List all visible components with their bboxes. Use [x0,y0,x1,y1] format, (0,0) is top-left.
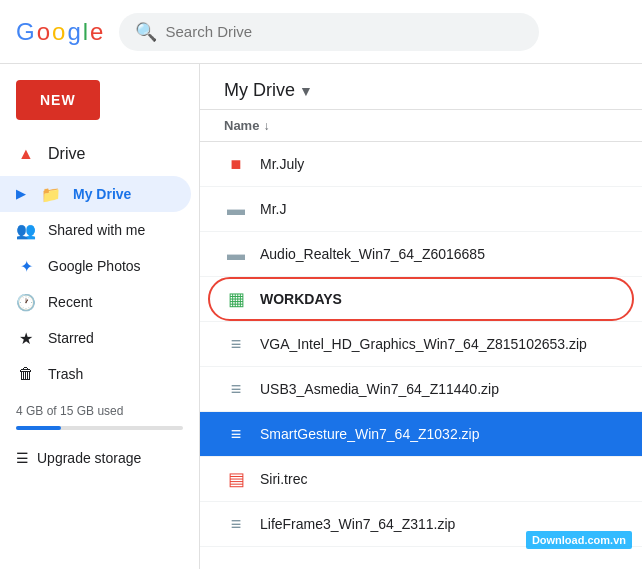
table-row[interactable]: ≡ VGA_Intel_HD_Graphics_Win7_64_Z8151026… [200,322,642,367]
upgrade-icon: ☰ [16,450,29,466]
storage-info: 4 GB of 15 GB used [0,392,199,442]
sidebar: NEW ▲ Drive ▶ 📁 My Drive 👥 Shared with m… [0,64,200,569]
main-layout: NEW ▲ Drive ▶ 📁 My Drive 👥 Shared with m… [0,64,642,569]
search-bar[interactable]: 🔍 [119,13,539,51]
file-name: USB3_Asmedia_Win7_64_Z11440.zip [260,381,618,397]
file-name: Audio_Realtek_Win7_64_Z6016685 [260,246,618,262]
zip-icon: ≡ [224,377,248,401]
new-button[interactable]: NEW [16,80,100,120]
folder-icon: ■ [224,152,248,176]
file-name: LifeFrame3_Win7_64_Z311.zip [260,516,618,532]
sidebar-item-label: My Drive [73,186,131,202]
zip-icon: ≡ [224,332,248,356]
name-column-label: Name [224,118,259,133]
drive-label: Drive [48,145,85,163]
folder-icon: ▬ [224,242,248,266]
sidebar-item-starred[interactable]: ★ Starred [0,320,191,356]
table-row[interactable]: ≡ SmartGesture_Win7_64_Z1032.zip [200,412,642,457]
sheets-icon: ▦ [224,287,248,311]
content-area: My Drive ▼ Name ↓ ■ Mr.July ▬ Mr.J ▬ Aud… [200,64,642,569]
table-row[interactable]: ▬ Audio_Realtek_Win7_64_Z6016685 [200,232,642,277]
table-row[interactable]: ▦ WORKDAYS [200,277,642,322]
chevron-icon: ▶ [16,187,25,201]
search-icon: 🔍 [135,21,157,43]
sidebar-item-trash[interactable]: 🗑 Trash [0,356,191,392]
sidebar-item-label: Starred [48,330,94,346]
sidebar-item-shared[interactable]: 👥 Shared with me [0,212,191,248]
file-name: Mr.July [260,156,618,172]
dropdown-icon[interactable]: ▼ [299,83,313,99]
sort-icon: ↓ [263,119,269,133]
zip-icon: ≡ [224,512,248,536]
file-name: Siri.trec [260,471,618,487]
trash-icon: 🗑 [16,364,36,384]
storage-text: 4 GB of 15 GB used [16,404,183,418]
star-icon: ★ [16,328,36,348]
clock-icon: 🕐 [16,292,36,312]
storage-fill [16,426,61,430]
table-row[interactable]: ▤ Siri.trec [200,457,642,502]
file-name: Mr.J [260,201,618,217]
google-logo: Google [16,18,103,46]
sidebar-item-recent[interactable]: 🕐 Recent [0,284,191,320]
column-header: Name ↓ [200,110,642,142]
photos-icon: ✦ [16,256,36,276]
table-row[interactable]: ▬ Mr.J [200,187,642,232]
file-list: ■ Mr.July ▬ Mr.J ▬ Audio_Realtek_Win7_64… [200,142,642,547]
watermark: Download.com.vn [526,531,632,549]
sidebar-item-photos[interactable]: ✦ Google Photos [0,248,191,284]
file-name: SmartGesture_Win7_64_Z1032.zip [260,426,618,442]
drive-triangle-icon: ▲ [16,144,36,164]
topbar: Google 🔍 [0,0,642,64]
sidebar-item-label: Trash [48,366,83,382]
content-header: My Drive ▼ [200,64,642,110]
folder-icon: ▬ [224,197,248,221]
drive-title: My Drive ▼ [224,80,313,101]
search-input[interactable] [165,23,523,40]
storage-bar [16,426,183,430]
logo-g: G [16,18,35,46]
file-name: WORKDAYS [260,291,618,307]
shared-icon: 👥 [16,220,36,240]
upgrade-storage-button[interactable]: ☰ Upgrade storage [0,442,199,474]
file-name: VGA_Intel_HD_Graphics_Win7_64_Z815102653… [260,336,618,352]
folder-icon: 📁 [41,184,61,204]
sidebar-item-label: Recent [48,294,92,310]
trec-icon: ▤ [224,467,248,491]
table-row[interactable]: ≡ USB3_Asmedia_Win7_64_Z11440.zip [200,367,642,412]
sidebar-item-label: Google Photos [48,258,141,274]
upgrade-label: Upgrade storage [37,450,141,466]
table-row[interactable]: ■ Mr.July [200,142,642,187]
zip-icon: ≡ [224,422,248,446]
sidebar-drive-header[interactable]: ▲ Drive [0,136,191,172]
sidebar-item-my-drive[interactable]: ▶ 📁 My Drive [0,176,191,212]
sidebar-item-label: Shared with me [48,222,145,238]
